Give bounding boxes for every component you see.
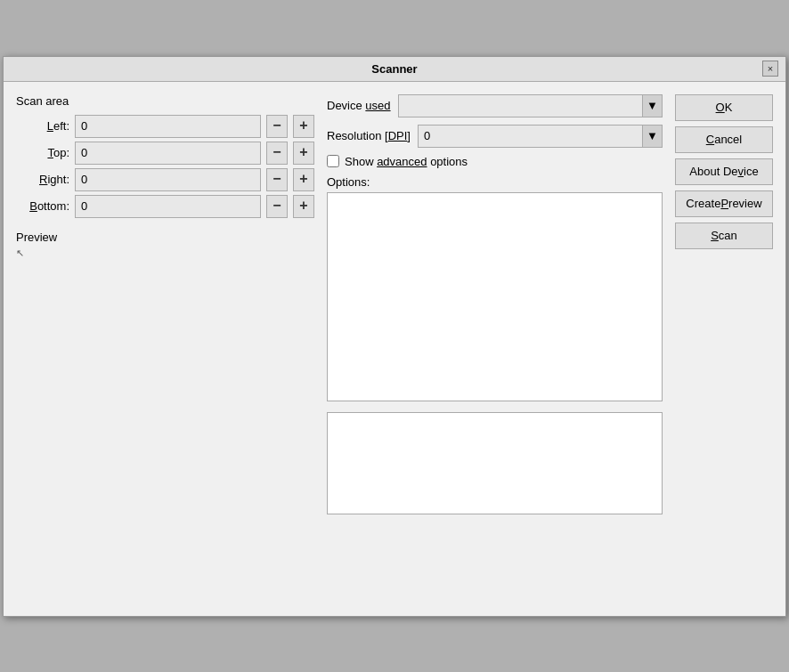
options-section: Options: (327, 175, 663, 401)
right-plus-btn[interactable]: + (293, 168, 314, 191)
bottom-input[interactable] (75, 195, 261, 218)
bottom-plus-btn[interactable]: + (293, 195, 314, 218)
cancel-button[interactable]: Cancel (675, 126, 773, 153)
right-minus-btn[interactable]: − (266, 168, 288, 191)
scan-area-label: Scan area (16, 94, 314, 108)
scan-button[interactable]: Scan (675, 223, 773, 249)
dialog-titlebar: Scanner × (4, 57, 785, 82)
right-panel: OK Cancel About Device Create Preview Sc… (675, 94, 773, 514)
ok-button[interactable]: OK (675, 94, 773, 121)
device-select[interactable] (399, 95, 662, 117)
options-box (327, 192, 663, 401)
left-field-row: Left: − + (16, 115, 314, 138)
resolution-select-control[interactable]: 0 ▼ (418, 125, 663, 148)
create-preview-button[interactable]: Create Preview (675, 190, 773, 217)
top-plus-btn[interactable]: + (293, 142, 314, 165)
left-minus-btn[interactable]: − (266, 115, 288, 138)
top-minus-btn[interactable]: − (266, 142, 288, 165)
resolution-select[interactable]: 0 (419, 125, 662, 147)
advanced-checkbox[interactable] (327, 155, 339, 167)
right-label: Right: (16, 173, 69, 186)
left-input[interactable] (75, 115, 261, 138)
scanner-dialog: Scanner × Scan area Left: − + Top: − + (3, 56, 786, 617)
left-label: Left: (16, 119, 69, 133)
advanced-label: Show advanced options (345, 155, 468, 168)
bottom-label: Bottom: (16, 199, 69, 213)
top-field-row: Top: − + (16, 142, 314, 165)
bottom-minus-btn[interactable]: − (266, 195, 288, 218)
top-label: Top: (16, 146, 69, 159)
left-panel: Scan area Left: − + Top: − + Right: (16, 94, 314, 514)
left-plus-btn[interactable]: + (293, 115, 314, 138)
scan-area-fields: Left: − + Top: − + Right: − + (16, 115, 314, 218)
device-used-label: Device used (327, 99, 391, 112)
dialog-title: Scanner (371, 62, 417, 76)
preview-icon: ↖ (16, 247, 314, 259)
options-label: Options: (327, 175, 663, 189)
right-input[interactable] (75, 168, 261, 191)
device-row: Device used ▼ (327, 94, 663, 117)
about-device-button[interactable]: About Device (675, 158, 773, 185)
preview-section: Preview ↖ (16, 231, 314, 259)
device-select-control[interactable]: ▼ (398, 94, 663, 117)
resolution-label: Resolution [DPI] (327, 129, 411, 142)
preview-image-box (327, 412, 663, 514)
close-button[interactable]: × (762, 61, 778, 77)
middle-panel: Device used ▼ Resolution [DPI] 0 ▼ Show … (327, 94, 663, 514)
resolution-row: Resolution [DPI] 0 ▼ (327, 125, 663, 148)
preview-label: Preview (16, 231, 314, 244)
bottom-field-row: Bottom: − + (16, 195, 314, 218)
advanced-row: Show advanced options (327, 155, 663, 168)
dialog-content: Scan area Left: − + Top: − + Right: (4, 82, 785, 527)
right-field-row: Right: − + (16, 168, 314, 191)
top-input[interactable] (75, 142, 261, 165)
